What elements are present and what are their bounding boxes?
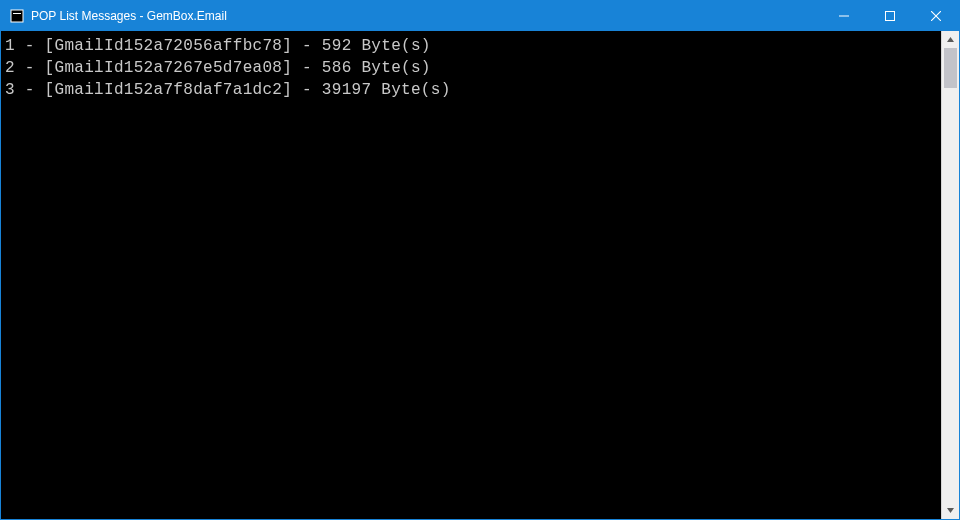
maximize-button[interactable] bbox=[867, 1, 913, 31]
title-bar[interactable]: POP List Messages - GemBox.Email bbox=[1, 1, 959, 31]
console-output[interactable]: 1 - [GmailId152a72056affbc78] - 592 Byte… bbox=[1, 31, 941, 519]
window-title: POP List Messages - GemBox.Email bbox=[31, 9, 227, 23]
svg-rect-1 bbox=[13, 13, 21, 14]
console-line: 2 - [GmailId152a7267e5d7ea08] - 586 Byte… bbox=[5, 57, 941, 79]
svg-rect-3 bbox=[886, 12, 895, 21]
window-frame: POP List Messages - GemBox.Email 1 - [Gm… bbox=[0, 0, 960, 520]
scroll-track[interactable] bbox=[942, 48, 959, 502]
minimize-button[interactable] bbox=[821, 1, 867, 31]
svg-rect-0 bbox=[11, 10, 23, 22]
scroll-thumb[interactable] bbox=[944, 48, 957, 88]
scroll-up-button[interactable] bbox=[942, 31, 959, 48]
vertical-scrollbar[interactable] bbox=[941, 31, 959, 519]
close-button[interactable] bbox=[913, 1, 959, 31]
console-line: 1 - [GmailId152a72056affbc78] - 592 Byte… bbox=[5, 35, 941, 57]
svg-rect-2 bbox=[839, 16, 849, 17]
app-icon bbox=[9, 8, 25, 24]
client-area: 1 - [GmailId152a72056affbc78] - 592 Byte… bbox=[1, 31, 959, 519]
console-line: 3 - [GmailId152a7f8daf7a1dc2] - 39197 By… bbox=[5, 79, 941, 101]
scroll-down-button[interactable] bbox=[942, 502, 959, 519]
